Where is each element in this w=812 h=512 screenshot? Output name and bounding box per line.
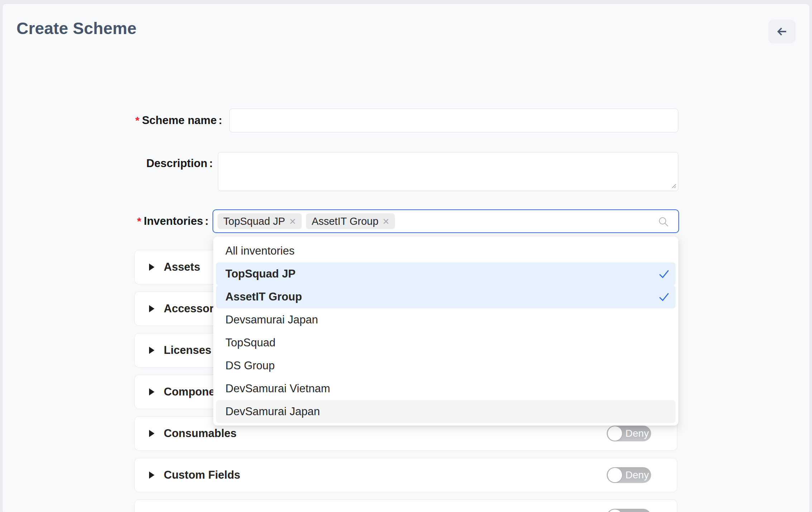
required-asterisk: * — [135, 114, 139, 126]
check-icon — [658, 291, 670, 303]
left-arrow-icon — [775, 25, 788, 38]
expand-caret-icon — [149, 264, 154, 271]
option-label: DevSamurai Japan — [225, 405, 320, 418]
toggle-label: Deny — [625, 426, 649, 441]
expand-caret-icon — [149, 430, 154, 437]
scheme-name-label: *Scheme name: — [0, 114, 222, 127]
selected-tag: AssetIT Group × — [306, 213, 395, 229]
description-label-text: Description — [146, 157, 207, 170]
resize-handle-icon[interactable] — [670, 182, 677, 189]
toggle-knob — [608, 468, 622, 482]
description-textarea[interactable] — [218, 152, 678, 191]
dropdown-option-devsamurai-japan-1[interactable]: Devsamurai Japan — [216, 308, 675, 331]
deny-toggle[interactable]: Deny — [607, 467, 651, 483]
option-label: DevSamurai Vietnam — [225, 382, 330, 395]
section-custom-fields[interactable]: Custom Fields Deny — [134, 458, 677, 492]
section-title: Licenses — [164, 344, 211, 357]
expand-caret-icon — [149, 388, 154, 395]
selected-tag: TopSquad JP × — [218, 213, 302, 229]
inventories-dropdown: All inventories TopSquad JP AssetIT Grou… — [213, 237, 678, 426]
toggle-label: Deny — [625, 467, 649, 483]
section-partial[interactable] — [134, 499, 677, 512]
required-asterisk: * — [137, 215, 142, 227]
option-label: AssetIT Group — [225, 290, 302, 303]
section-title: Assets — [164, 261, 200, 274]
toggle-knob — [608, 426, 622, 441]
description-label: Description: — [0, 157, 213, 170]
expand-caret-icon — [149, 305, 154, 312]
tag-text: AssetIT Group — [312, 215, 378, 227]
check-icon — [658, 268, 670, 280]
dropdown-option-topsquad[interactable]: TopSquad — [216, 331, 675, 354]
label-colon: : — [205, 215, 209, 227]
section-title: Consumables — [164, 427, 237, 440]
tag-remove-icon[interactable]: × — [290, 216, 296, 227]
scheme-name-label-text: Scheme name — [142, 114, 217, 127]
dropdown-option-devsamurai-vietnam[interactable]: DevSamurai Vietnam — [216, 377, 675, 400]
dropdown-option-ds-group[interactable]: DS Group — [216, 354, 675, 377]
toggle-label — [625, 509, 649, 512]
page-title: Create Scheme — [16, 19, 137, 38]
option-label: TopSquad — [225, 336, 276, 349]
toggle-knob — [608, 509, 622, 512]
option-label: All inventories — [225, 245, 295, 257]
deny-toggle[interactable] — [607, 509, 651, 512]
dropdown-option-all-inventories[interactable]: All inventories — [216, 240, 675, 262]
inventories-label: *Inventories: — [0, 214, 209, 228]
description-field-wrap — [218, 152, 678, 191]
deny-toggle[interactable]: Deny — [607, 426, 651, 441]
back-button[interactable] — [768, 20, 796, 43]
option-label: TopSquad JP — [225, 267, 296, 280]
section-title: Custom Fields — [164, 469, 240, 482]
dropdown-option-topsquad-jp[interactable]: TopSquad JP — [216, 262, 675, 285]
label-colon: : — [219, 114, 222, 127]
inventories-label-text: Inventories — [144, 215, 203, 227]
tag-remove-icon[interactable]: × — [383, 216, 389, 227]
scheme-name-input[interactable] — [229, 109, 678, 132]
option-label: Devsamurai Japan — [225, 313, 318, 326]
expand-caret-icon — [149, 471, 154, 479]
expand-caret-icon — [149, 347, 154, 354]
inventories-select[interactable]: TopSquad JP × AssetIT Group × — [212, 209, 679, 233]
option-label: DS Group — [225, 359, 275, 372]
dropdown-option-assetit-group[interactable]: AssetIT Group — [216, 285, 675, 308]
tag-text: TopSquad JP — [223, 215, 285, 227]
label-colon: : — [209, 157, 213, 170]
dropdown-option-devsamurai-japan-2[interactable]: DevSamurai Japan — [216, 400, 675, 423]
search-icon — [658, 216, 670, 228]
